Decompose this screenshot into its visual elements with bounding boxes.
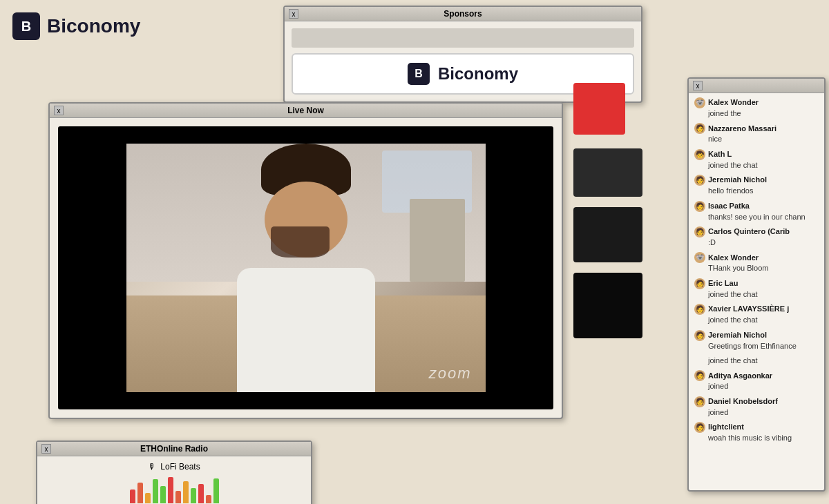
chat-title-bar: x	[689, 79, 824, 93]
chat-username-0: Kalex Wonder	[708, 97, 759, 108]
live-close-button[interactable]: x	[54, 106, 64, 115]
chat-msg-header-5: 🧑Carlos Quintero (Carib	[694, 226, 819, 238]
chat-message-9: 🧑Jeremiah NicholGreetings from Ethfinanc…	[694, 330, 819, 351]
chat-message-text-5: :D	[708, 238, 819, 248]
chat-message-3: 🧑Jeremiah Nicholhello friendos	[694, 175, 819, 196]
chat-avatar-8: 🧑	[694, 304, 705, 315]
radio-mic-icon: 🎙	[148, 462, 156, 472]
radio-bar-10	[206, 495, 211, 503]
chat-avatar-6: 🐨	[694, 252, 705, 263]
sponsor-bar-placeholder	[292, 28, 634, 48]
chat-username-11: Aditya Asgaonkar	[708, 371, 772, 381]
chat-message-text-1: nice	[708, 134, 819, 144]
zoom-watermark: zoom	[429, 365, 472, 382]
radio-track-info: 🎙 LoFi Beats	[46, 462, 303, 472]
chat-username-5: Carlos Quintero (Carib	[708, 226, 790, 237]
chat-message-12: 🧑Daniel Knobelsdorfjoined	[694, 396, 819, 418]
chat-username-9: Jeremiah Nichol	[708, 330, 767, 340]
sponsors-title-text: Sponsors	[444, 9, 482, 19]
chat-message-11: 🧑Aditya Asgaonkarjoined	[694, 370, 819, 391]
chat-message-text-6: THank you Bloom	[708, 263, 819, 273]
radio-bar-7	[183, 481, 189, 503]
biconomy-brand-name: Biconomy	[47, 15, 140, 37]
chat-message-13: 🧑lightclientwoah this music is vibing	[694, 422, 819, 443]
chat-message-0: 🐨Kalex Wonderjoined the	[694, 97, 819, 119]
chat-msg-header-11: 🧑Aditya Asgaonkar	[694, 370, 819, 381]
radio-title-text: ETHOnline Radio	[140, 444, 208, 454]
chat-messages-list: 🐨Kalex Wonderjoined the🧑Nazzareno Massar…	[689, 93, 824, 488]
radio-title-bar: x ETHOnline Radio	[37, 442, 311, 456]
live-title-bar: x Live Now	[50, 104, 562, 118]
sponsor-brand-name: Biconomy	[438, 64, 518, 84]
person-body	[237, 268, 375, 392]
chat-msg-header-2: 🧒Kath L	[694, 149, 819, 160]
biconomy-logo-main: B Biconomy	[12, 12, 140, 40]
chat-message-text-13: woah this music is vibing	[708, 433, 819, 443]
chat-message-2: 🧒Kath Ljoined the chat	[694, 149, 819, 171]
chat-message-8: 🧑Xavier LAVAYSSIÈRE jjoined the chat	[694, 304, 819, 325]
chat-message-text-0: joined the	[708, 108, 819, 119]
dark-decoration-square-2	[573, 207, 642, 262]
video-frame: zoom	[126, 144, 486, 392]
chat-username-8: Xavier LAVAYSSIÈRE j	[708, 304, 789, 314]
chat-message-5: 🧑Carlos Quintero (Carib:D	[694, 226, 819, 248]
chat-message-text-9: Greetings from Ethfinance	[708, 341, 819, 351]
chat-avatar-12: 🧑	[694, 396, 705, 407]
sponsors-close-button[interactable]: x	[289, 9, 298, 19]
chat-msg-header-3: 🧑Jeremiah Nichol	[694, 175, 819, 186]
dark-decoration-square-3	[573, 273, 642, 338]
chat-message-text-12: joined	[708, 407, 819, 418]
radio-bar-0	[130, 490, 135, 503]
radio-bar-3	[153, 479, 158, 503]
radio-window: x ETHOnline Radio 🎙 LoFi Beats ⏮▶⏭🔊	[36, 440, 312, 504]
chat-message-text-4: thanks! see you in our chann	[708, 212, 819, 222]
chat-msg-header-0: 🐨Kalex Wonder	[694, 97, 819, 108]
radio-bar-5	[168, 477, 173, 503]
chat-avatar-9: 🧑	[694, 330, 705, 341]
chat-avatar-1: 🧑	[694, 123, 705, 134]
radio-bar-6	[175, 491, 181, 503]
chat-username-1: Nazzareno Massari	[708, 124, 776, 134]
chat-avatar-0: 🐨	[694, 97, 705, 108]
chat-msg-header-13: 🧑lightclient	[694, 422, 819, 433]
chat-msg-header-8: 🧑Xavier LAVAYSSIÈRE j	[694, 304, 819, 315]
person-beard	[271, 226, 330, 258]
chat-avatar-4: 🧑	[694, 201, 705, 212]
live-window: x Live Now zoom	[48, 102, 563, 419]
chat-message-text-3: hello friendos	[708, 186, 819, 196]
chat-msg-header-6: 🐨Kalex Wonder	[694, 252, 819, 263]
dark-decoration-square-1	[573, 148, 642, 197]
radio-track-name: LoFi Beats	[160, 462, 200, 472]
chat-username-12: Daniel Knobelsdorf	[708, 396, 778, 407]
radio-bar-1	[137, 483, 143, 503]
red-decoration-square	[573, 83, 625, 135]
chat-message-1: 🧑Nazzareno Massarinice	[694, 123, 819, 144]
chat-message-text-7: joined the chat	[708, 289, 819, 300]
radio-equalizer	[46, 476, 303, 503]
chat-msg-header-12: 🧑Daniel Knobelsdorf	[694, 396, 819, 407]
radio-bar-4	[160, 486, 166, 503]
sponsors-title-bar: x Sponsors	[285, 7, 641, 21]
chat-window: x 🐨Kalex Wonderjoined the🧑Nazzareno Mass…	[687, 77, 826, 492]
chat-avatar-3: 🧑	[694, 175, 705, 186]
radio-close-button[interactable]: x	[41, 444, 51, 454]
chat-msg-header-1: 🧑Nazzareno Massari	[694, 123, 819, 134]
chat-username-2: Kath L	[708, 149, 732, 159]
chat-msg-header-4: 🧑Isaac Patka	[694, 201, 819, 212]
radio-content: 🎙 LoFi Beats ⏮▶⏭🔊	[37, 456, 311, 504]
chat-message-4: 🧑Isaac Patkathanks! see you in our chann	[694, 201, 819, 222]
chat-username-3: Jeremiah Nichol	[708, 175, 767, 185]
chat-avatar-11: 🧑	[694, 370, 705, 381]
chat-message-10: joined the chat	[694, 356, 819, 366]
chat-avatar-5: 🧑	[694, 226, 705, 238]
chat-message-text-2: joined the chat	[708, 160, 819, 171]
chat-message-text-10: joined the chat	[708, 356, 819, 366]
chat-close-button[interactable]: x	[693, 81, 703, 90]
radio-bar-8	[191, 488, 196, 503]
live-title-text: Live Now	[287, 106, 324, 115]
chat-avatar-7: 🧑	[694, 278, 705, 289]
radio-bar-11	[213, 478, 219, 503]
chat-username-7: Eric Lau	[708, 278, 738, 289]
radio-bar-2	[145, 493, 151, 503]
chat-avatar-13: 🧑	[694, 422, 705, 433]
